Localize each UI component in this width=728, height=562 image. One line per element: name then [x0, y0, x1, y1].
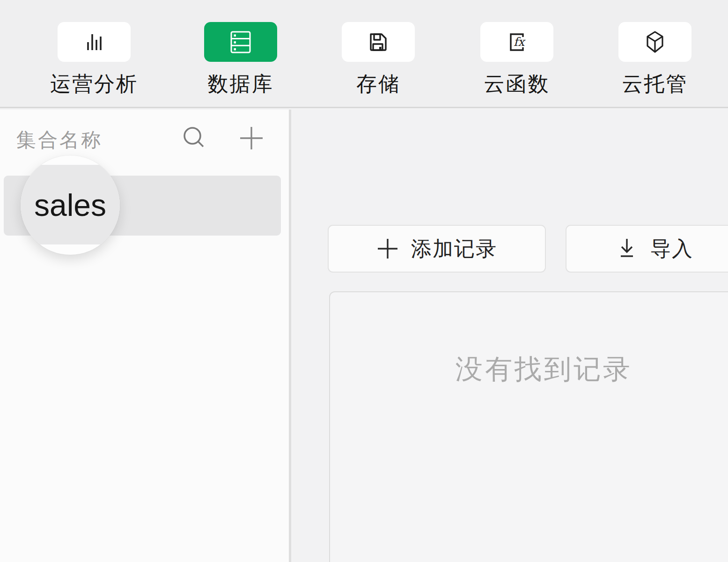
tab-analytics-label: 运营分析	[50, 70, 138, 98]
tab-storage-label: 存储	[356, 70, 400, 98]
magnifier-loupe: sales	[21, 155, 120, 255]
bar-chart-icon	[58, 22, 131, 62]
import-button[interactable]: 导入	[566, 225, 728, 273]
empty-state-message: 没有找到记录	[330, 351, 728, 388]
records-empty-panel: 没有找到记录	[329, 291, 728, 562]
tab-cloud-hosting-label: 云托管	[622, 70, 688, 98]
svg-text:fx: fx	[514, 35, 526, 49]
add-record-button[interactable]: 添加记录	[328, 225, 546, 273]
search-icon[interactable]	[181, 125, 207, 151]
add-collection-icon[interactable]	[239, 126, 264, 151]
cube-icon	[618, 22, 691, 62]
collections-header-title: 集合名称	[16, 127, 103, 153]
collection-name-magnified: sales	[21, 155, 120, 255]
tab-database-label: 数据库	[208, 70, 274, 98]
cloud-console-window: 运营分析 数据库	[0, 0, 728, 562]
toolbar: 运营分析 数据库	[0, 0, 728, 108]
import-label: 导入	[650, 235, 693, 263]
tab-cloud-functions[interactable]: fx 云函数	[480, 22, 553, 98]
tab-cloud-hosting[interactable]: 云托管	[618, 22, 691, 98]
tab-analytics[interactable]: 运营分析	[50, 22, 138, 98]
sidebar-divider	[289, 110, 291, 562]
database-icon	[204, 22, 277, 62]
fx-icon: fx	[480, 22, 553, 62]
tab-cloud-functions-label: 云函数	[484, 70, 550, 98]
tab-database[interactable]: 数据库	[204, 22, 277, 98]
import-icon	[616, 237, 638, 260]
add-record-label: 添加记录	[411, 235, 497, 263]
save-icon	[342, 22, 415, 62]
tab-storage[interactable]: 存储	[342, 22, 415, 98]
plus-icon	[376, 237, 399, 260]
